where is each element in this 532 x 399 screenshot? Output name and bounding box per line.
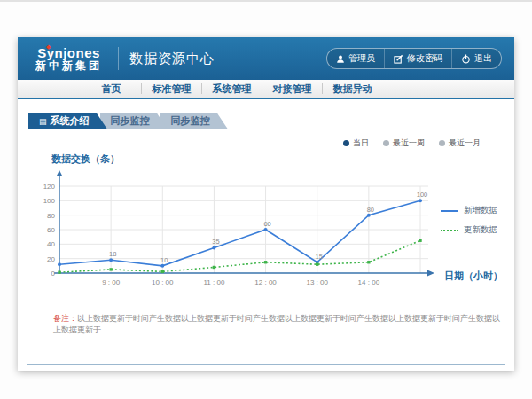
time-range-filter: 当日 最近一周 最近一月 xyxy=(27,129,505,149)
svg-text:20: 20 xyxy=(47,255,55,263)
change-password-button[interactable]: 修改密码 xyxy=(384,49,451,68)
svg-text:60: 60 xyxy=(263,220,270,228)
svg-text:14 : 00: 14 : 00 xyxy=(358,278,380,286)
footnote-prefix: 备注： xyxy=(53,314,77,323)
nav-item-standard-mgmt[interactable]: 标准管理 xyxy=(142,80,201,98)
radio-last-month[interactable]: 最近一月 xyxy=(439,137,481,149)
radio-dot-icon xyxy=(439,140,445,146)
user-icon xyxy=(336,54,345,64)
document-icon: ▤ xyxy=(39,117,47,126)
tab-bar: ▤系统介绍 同步监控 同步监控 xyxy=(28,113,505,129)
svg-text:100: 100 xyxy=(417,191,428,199)
logo-accent-icon: ◆ xyxy=(46,43,51,50)
nav-item-home[interactable]: 首页 xyxy=(82,80,141,98)
svg-text:12 : 00: 12 : 00 xyxy=(254,278,277,286)
logo-chinese: 新中新集团 xyxy=(35,60,102,72)
logout-button[interactable]: 退出 xyxy=(451,49,501,68)
chart-legend: 新增数据 更新数据 日期（小时） xyxy=(435,168,505,286)
content-area: ▤系统介绍 同步监控 同步监控 当日 最近一周 xyxy=(18,99,514,371)
svg-text:40: 40 xyxy=(47,240,55,248)
x-axis-title: 日期（小时） xyxy=(444,270,503,283)
svg-text:11 : 00: 11 : 00 xyxy=(203,278,224,286)
header-actions: 管理员 修改密码 退出 xyxy=(326,48,502,69)
legend-line-solid-icon xyxy=(441,210,458,212)
radio-dot-icon xyxy=(383,140,389,146)
app-header: ◆ Synjones 新中新集团 数据资源中心 管理员 修改密码 xyxy=(18,37,514,80)
svg-text:10: 10 xyxy=(160,256,168,264)
legend-line-dotted-icon xyxy=(441,230,458,231)
nav-item-interface-mgmt[interactable]: 对接管理 xyxy=(262,80,322,98)
svg-text:0: 0 xyxy=(51,270,56,278)
radio-dot-icon xyxy=(343,140,349,146)
tab-system-intro[interactable]: ▤系统介绍 xyxy=(28,113,107,129)
header-divider xyxy=(118,47,119,70)
svg-text:13 : 00: 13 : 00 xyxy=(306,278,328,286)
svg-text:80: 80 xyxy=(47,212,55,220)
nav-item-data-change[interactable]: 数据异动 xyxy=(323,80,382,98)
svg-text:18: 18 xyxy=(109,250,116,258)
nav-item-system-mgmt[interactable]: 系统管理 xyxy=(202,80,262,98)
svg-text:80: 80 xyxy=(367,206,374,214)
svg-text:35: 35 xyxy=(212,238,219,246)
svg-text:100: 100 xyxy=(43,197,56,205)
svg-text:120: 120 xyxy=(43,183,56,191)
edit-icon xyxy=(394,54,403,64)
tab-sync-monitor-1[interactable]: 同步监控 xyxy=(100,113,168,129)
y-axis-title: 数据交换（条） xyxy=(51,153,505,166)
chart-card: 当日 最近一周 最近一月 数据交换（条） 0204060801001209 : … xyxy=(27,129,505,365)
app-window: ◆ Synjones 新中新集团 数据资源中心 管理员 修改密码 xyxy=(18,37,514,371)
main-nav: 首页 标准管理 系统管理 对接管理 数据异动 xyxy=(18,80,514,99)
app-title: 数据资源中心 xyxy=(129,51,215,67)
footnote: 备注：以上数据更新于时间产生数据以上数据更新于时间产生数据以上数据更新于时间产生… xyxy=(53,313,505,336)
chart-region: 0204060801001209 : 0010 : 0011 : 0012 : … xyxy=(27,168,505,286)
radio-today[interactable]: 当日 xyxy=(343,137,369,149)
admin-user-button[interactable]: 管理员 xyxy=(327,49,384,68)
legend-item-new-data[interactable]: 新增数据 xyxy=(441,205,497,216)
svg-text:60: 60 xyxy=(47,226,55,234)
line-chart: 0204060801001209 : 0010 : 0011 : 0012 : … xyxy=(27,168,435,286)
radio-last-week[interactable]: 最近一周 xyxy=(383,137,425,149)
tab-sync-monitor-2[interactable]: 同步监控 xyxy=(160,113,228,129)
page-top-edge xyxy=(0,0,532,2)
footnote-text: 以上数据更新于时间产生数据以上数据更新于时间产生数据以上数据更新于时间产生数据以… xyxy=(53,314,500,334)
svg-text:15: 15 xyxy=(316,253,323,261)
legend-item-update-data[interactable]: 更新数据 xyxy=(441,224,497,236)
svg-text:9 : 00: 9 : 00 xyxy=(102,278,121,286)
power-icon xyxy=(461,54,471,64)
svg-text:10 : 00: 10 : 00 xyxy=(152,278,174,286)
company-logo: ◆ Synjones 新中新集团 xyxy=(30,46,107,71)
